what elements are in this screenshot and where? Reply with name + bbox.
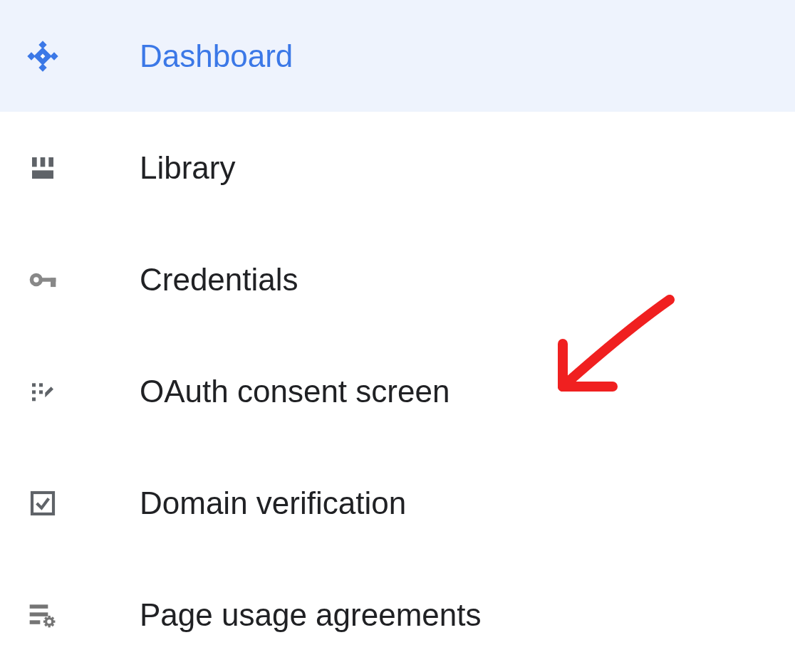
svg-rect-7	[41, 157, 46, 167]
svg-rect-9	[32, 170, 53, 179]
svg-rect-14	[32, 383, 36, 387]
nav-label-page-usage-agreements: Page usage agreements	[140, 597, 481, 633]
nav-item-domain-verification[interactable]: Domain verification	[0, 447, 795, 559]
nav-label-domain-verification: Domain verification	[140, 485, 406, 521]
svg-rect-20	[30, 604, 48, 609]
sidebar-nav: Dashboard Library	[0, 0, 795, 671]
nav-label-dashboard: Dashboard	[140, 38, 293, 74]
svg-line-28	[45, 617, 46, 619]
key-icon	[26, 263, 60, 297]
svg-rect-18	[32, 397, 36, 401]
svg-rect-6	[32, 157, 37, 167]
nav-item-credentials[interactable]: Credentials	[0, 224, 795, 335]
nav-item-dashboard[interactable]: Dashboard	[0, 0, 795, 112]
svg-rect-19	[32, 493, 53, 514]
svg-line-30	[45, 624, 46, 626]
nav-item-page-usage-agreements[interactable]: Page usage agreements	[0, 559, 795, 671]
library-icon	[26, 151, 60, 185]
svg-rect-22	[30, 620, 41, 624]
svg-rect-8	[48, 157, 53, 167]
svg-rect-15	[39, 383, 43, 387]
check-square-icon	[26, 486, 60, 520]
svg-line-29	[52, 624, 53, 626]
consent-icon	[26, 374, 60, 409]
dashboard-icon	[26, 39, 60, 73]
svg-point-23	[46, 618, 53, 624]
svg-rect-16	[32, 390, 36, 394]
svg-point-11	[33, 277, 38, 282]
svg-line-31	[52, 617, 53, 619]
list-gear-icon	[26, 598, 60, 632]
nav-label-library: Library	[140, 150, 236, 186]
nav-item-library[interactable]: Library	[0, 112, 795, 224]
svg-rect-13	[51, 278, 56, 287]
nav-label-oauth-consent: OAuth consent screen	[140, 374, 450, 409]
nav-label-credentials: Credentials	[140, 262, 298, 298]
svg-rect-21	[30, 612, 48, 616]
svg-rect-17	[39, 390, 43, 394]
nav-item-oauth-consent[interactable]: OAuth consent screen	[0, 335, 795, 447]
